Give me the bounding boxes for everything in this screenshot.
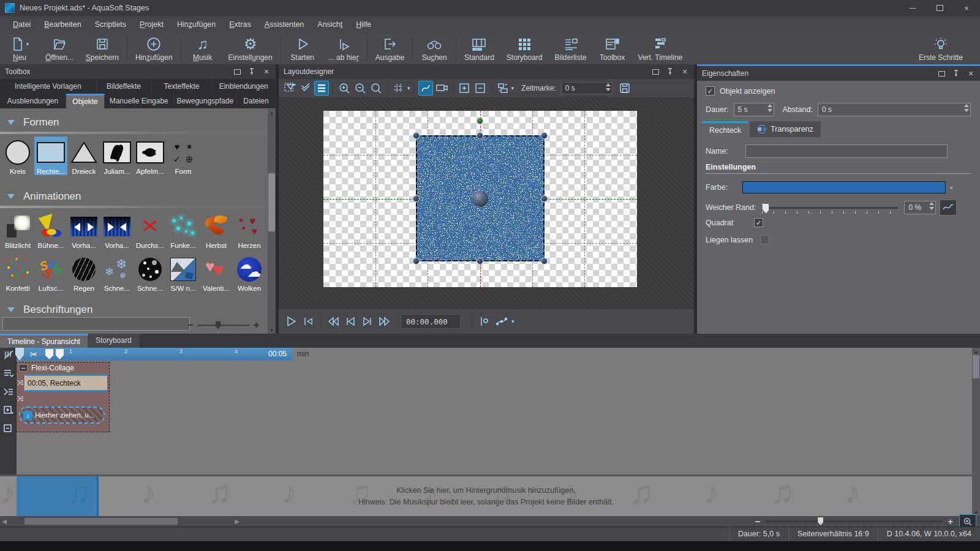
item-kreis[interactable]: Kreis <box>1 137 34 175</box>
layers-caret-icon[interactable]: ▾ <box>511 85 514 91</box>
designer-restore-icon[interactable] <box>651 67 660 76</box>
properties-close-icon[interactable]: × <box>967 69 975 78</box>
toolbox-close-icon[interactable]: × <box>262 67 271 76</box>
zoom-slider-track[interactable] <box>197 324 250 326</box>
ruler-active-range[interactable]: ✂ 1 2 3 4 00:05 <box>17 348 293 361</box>
menu-scriptlets[interactable]: Scriptlets <box>88 16 133 34</box>
zoom-out-icon[interactable]: − <box>187 320 193 331</box>
tab-bewegungspfade[interactable]: Bewegungspfade <box>174 94 238 108</box>
previous-frame-button[interactable] <box>343 314 358 329</box>
zeitmarke-input[interactable]: 0 s <box>561 82 612 94</box>
design-canvas[interactable] <box>323 111 637 287</box>
razor-scissors-icon[interactable]: ✂ <box>30 349 38 360</box>
zeitmarke-spinner[interactable] <box>606 83 611 91</box>
layers-button[interactable] <box>496 81 510 96</box>
section-beschriftungen[interactable]: Beschriftungen <box>7 304 92 316</box>
menu-extras[interactable]: Extras <box>222 16 257 34</box>
tab-transparenz[interactable]: Transparenz <box>750 121 821 137</box>
chapter-marker-icon[interactable] <box>45 349 53 359</box>
timeline-zoom-control[interactable]: − + <box>755 516 953 527</box>
add-track-icon[interactable] <box>3 405 14 418</box>
snap-tool-button[interactable] <box>298 81 313 96</box>
timeline-vscroll-thumb[interactable] <box>973 355 979 378</box>
select-tool-button[interactable] <box>282 81 297 96</box>
tab-dateien[interactable]: Dateien <box>237 94 276 108</box>
save-button[interactable]: Speichern <box>80 34 125 64</box>
item-apfelmaennchen[interactable]: Apfelm... <box>134 137 167 175</box>
tab-bildeffekte[interactable]: Bildeffekte <box>97 79 152 94</box>
resize-handle-se[interactable] <box>541 258 548 264</box>
camera-pan-button[interactable] <box>434 81 449 96</box>
add-button[interactable]: Hinzufügen <box>129 34 179 64</box>
search-button[interactable]: Suchen <box>415 34 454 64</box>
name-input[interactable] <box>745 144 948 158</box>
zoom-in-button[interactable] <box>337 81 352 96</box>
item-funkeln[interactable]: Funke... <box>167 211 200 249</box>
timeline-hscroll-thumb[interactable] <box>24 518 178 525</box>
item-dreieck[interactable]: Dreieck <box>67 137 100 175</box>
resize-handle-ne[interactable] <box>541 132 548 139</box>
tab-storyboard[interactable]: Storyboard <box>88 334 140 348</box>
menu-hinzufuegen[interactable]: Hinzufügen <box>170 16 222 34</box>
soft-edge-value-input[interactable]: 0 % <box>904 201 936 214</box>
music-button[interactable]: ♫ Musik <box>183 34 222 64</box>
item-sw-nach-farbe[interactable]: S/W n... <box>167 253 200 292</box>
item-juliamenge[interactable]: Juliam... <box>100 137 134 175</box>
item-vorhang-auf[interactable]: Vorha... <box>67 211 100 249</box>
resize-handle-e[interactable] <box>541 195 548 202</box>
quadrat-checkbox[interactable]: ✓ <box>754 218 763 227</box>
item-schneeflocken[interactable]: ❄ ❄ ❄ Schne... <box>100 253 134 292</box>
playhead-marker[interactable] <box>15 348 24 361</box>
rechteck-timeline-item[interactable]: 00:05, Rechteck <box>24 375 107 391</box>
menu-projekt[interactable]: Projekt <box>133 16 170 34</box>
timeline-ruler[interactable]: ✂ 1 2 3 4 00:05 min <box>17 348 972 361</box>
timeline-zoom-in-icon[interactable]: + <box>948 516 953 527</box>
item-schneefall[interactable]: Schne... <box>134 253 167 292</box>
view-bilderliste-button[interactable]: Bilderliste <box>549 34 593 64</box>
menu-assistenten[interactable]: Assistenten <box>258 16 311 34</box>
fast-forward-button[interactable] <box>377 314 392 329</box>
timeline-zoom-track[interactable] <box>765 520 943 522</box>
abstand-spinner[interactable] <box>964 104 969 112</box>
scroll-up-icon[interactable]: ▲ <box>972 348 980 355</box>
resize-handle-nw[interactable] <box>413 132 420 139</box>
path-points-button[interactable] <box>494 314 509 329</box>
toolbox-restore-icon[interactable] <box>233 67 241 76</box>
tab-texteffekte[interactable]: Texteffekte <box>152 79 213 94</box>
remove-keyframe-button[interactable] <box>473 81 488 96</box>
minimize-button[interactable] <box>899 0 926 16</box>
item-durchstreichen[interactable]: ✕ Durchs... <box>134 211 167 249</box>
start-button[interactable]: Starten <box>283 34 322 64</box>
item-luftschlangen[interactable]: S S S S Luftsc... <box>34 253 67 292</box>
add-keyframe-button[interactable] <box>457 81 472 96</box>
designer-close-icon[interactable]: × <box>680 67 689 76</box>
soft-edge-spinner[interactable] <box>929 202 934 210</box>
scroll-right-icon[interactable]: ▶ <box>233 518 241 525</box>
music-track[interactable]: ♪ ♫ ♪ ♫ ♪ ♫ ♪ ♫ ♪ ♫ ♪ ♫ ♪ Klicken Sie hi… <box>0 474 972 516</box>
color-caret-icon[interactable]: ▾ <box>946 181 957 193</box>
designer-pin-icon[interactable] <box>666 67 674 76</box>
flexi-collage-group[interactable]: Flexi-Collage 00:05, Rechteck ↓ Hierher … <box>17 362 109 432</box>
erste-schritte-button[interactable]: Erste Schritte <box>913 34 969 64</box>
toolbox-zoom-slider[interactable]: − + <box>187 320 259 331</box>
new-button[interactable]: ▾ Neu <box>0 34 39 64</box>
menu-hilfe[interactable]: Hilfe <box>349 16 378 34</box>
tab-objekte[interactable]: Objekte <box>66 94 105 108</box>
menu-datei[interactable]: Datei <box>6 16 37 34</box>
razor-tool-icon[interactable] <box>3 350 14 362</box>
preview-play-button[interactable] <box>284 314 298 329</box>
resize-handle-sw[interactable] <box>413 258 420 264</box>
dauer-input[interactable]: 5 s <box>734 103 774 116</box>
drop-zone[interactable]: ↓ Hierher ziehen, u... <box>19 407 105 424</box>
preview-play-from-here-button[interactable] <box>301 314 315 329</box>
view-storyboard-button[interactable]: Storyboard <box>500 34 549 64</box>
timemark-visibility-button[interactable] <box>477 314 492 329</box>
zoom-in-icon[interactable]: + <box>254 320 259 331</box>
motion-path-button[interactable] <box>418 81 433 96</box>
timeline-zoom-out-icon[interactable]: − <box>755 516 760 527</box>
next-frame-button[interactable] <box>360 314 375 329</box>
resize-handle-w[interactable] <box>413 195 420 202</box>
insert-track-icon[interactable] <box>3 387 14 399</box>
center-move-handle[interactable] <box>472 191 488 207</box>
item-form[interactable]: ♥ ✶ ✓ ⊕ Form <box>167 137 200 175</box>
